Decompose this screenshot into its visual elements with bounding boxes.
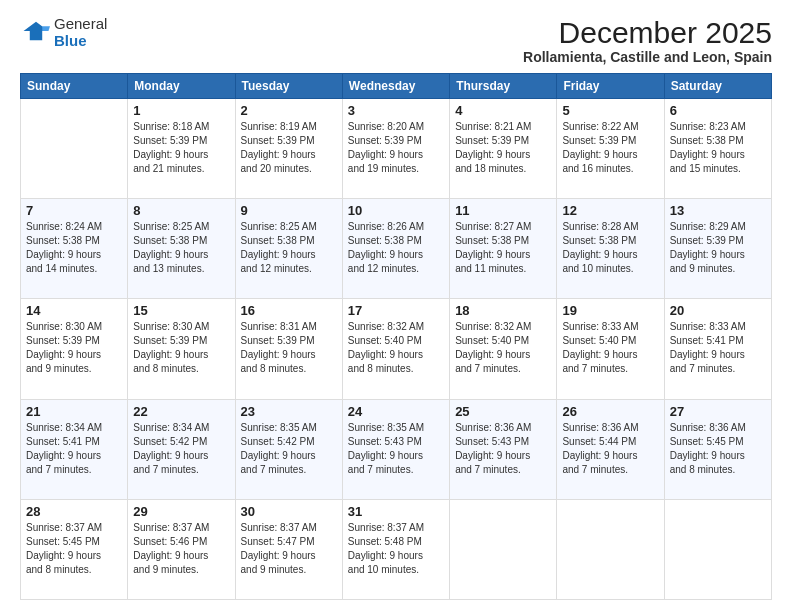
calendar-cell: 1Sunrise: 8:18 AMSunset: 5:39 PMDaylight…	[128, 99, 235, 199]
cell-details: Sunrise: 8:28 AMSunset: 5:38 PMDaylight:…	[562, 220, 658, 276]
day-number: 26	[562, 404, 658, 419]
main-title: December 2025	[523, 16, 772, 49]
cell-details: Sunrise: 8:30 AMSunset: 5:39 PMDaylight:…	[26, 320, 122, 376]
cell-details: Sunrise: 8:36 AMSunset: 5:45 PMDaylight:…	[670, 421, 766, 477]
calendar-header-row: SundayMondayTuesdayWednesdayThursdayFrid…	[21, 74, 772, 99]
day-number: 19	[562, 303, 658, 318]
calendar-cell: 18Sunrise: 8:32 AMSunset: 5:40 PMDayligh…	[450, 299, 557, 399]
calendar-cell	[557, 499, 664, 599]
calendar-cell: 5Sunrise: 8:22 AMSunset: 5:39 PMDaylight…	[557, 99, 664, 199]
cell-details: Sunrise: 8:35 AMSunset: 5:42 PMDaylight:…	[241, 421, 337, 477]
day-number: 15	[133, 303, 229, 318]
day-number: 21	[26, 404, 122, 419]
logo-icon	[22, 20, 50, 42]
calendar-cell: 22Sunrise: 8:34 AMSunset: 5:42 PMDayligh…	[128, 399, 235, 499]
cell-details: Sunrise: 8:34 AMSunset: 5:41 PMDaylight:…	[26, 421, 122, 477]
calendar-cell: 28Sunrise: 8:37 AMSunset: 5:45 PMDayligh…	[21, 499, 128, 599]
calendar-cell: 14Sunrise: 8:30 AMSunset: 5:39 PMDayligh…	[21, 299, 128, 399]
calendar-cell: 12Sunrise: 8:28 AMSunset: 5:38 PMDayligh…	[557, 199, 664, 299]
cell-details: Sunrise: 8:34 AMSunset: 5:42 PMDaylight:…	[133, 421, 229, 477]
cell-details: Sunrise: 8:33 AMSunset: 5:41 PMDaylight:…	[670, 320, 766, 376]
day-number: 2	[241, 103, 337, 118]
day-number: 27	[670, 404, 766, 419]
calendar-cell: 31Sunrise: 8:37 AMSunset: 5:48 PMDayligh…	[342, 499, 449, 599]
cell-details: Sunrise: 8:37 AMSunset: 5:48 PMDaylight:…	[348, 521, 444, 577]
day-number: 5	[562, 103, 658, 118]
cell-details: Sunrise: 8:26 AMSunset: 5:38 PMDaylight:…	[348, 220, 444, 276]
day-number: 28	[26, 504, 122, 519]
calendar-cell: 30Sunrise: 8:37 AMSunset: 5:47 PMDayligh…	[235, 499, 342, 599]
calendar-cell: 20Sunrise: 8:33 AMSunset: 5:41 PMDayligh…	[664, 299, 771, 399]
cell-details: Sunrise: 8:22 AMSunset: 5:39 PMDaylight:…	[562, 120, 658, 176]
cell-details: Sunrise: 8:20 AMSunset: 5:39 PMDaylight:…	[348, 120, 444, 176]
cell-details: Sunrise: 8:24 AMSunset: 5:38 PMDaylight:…	[26, 220, 122, 276]
day-number: 3	[348, 103, 444, 118]
day-number: 14	[26, 303, 122, 318]
day-number: 31	[348, 504, 444, 519]
cell-details: Sunrise: 8:18 AMSunset: 5:39 PMDaylight:…	[133, 120, 229, 176]
day-number: 6	[670, 103, 766, 118]
calendar-cell: 8Sunrise: 8:25 AMSunset: 5:38 PMDaylight…	[128, 199, 235, 299]
cell-details: Sunrise: 8:31 AMSunset: 5:39 PMDaylight:…	[241, 320, 337, 376]
calendar-cell: 26Sunrise: 8:36 AMSunset: 5:44 PMDayligh…	[557, 399, 664, 499]
cell-details: Sunrise: 8:37 AMSunset: 5:45 PMDaylight:…	[26, 521, 122, 577]
calendar-cell: 21Sunrise: 8:34 AMSunset: 5:41 PMDayligh…	[21, 399, 128, 499]
cell-details: Sunrise: 8:36 AMSunset: 5:43 PMDaylight:…	[455, 421, 551, 477]
day-number: 10	[348, 203, 444, 218]
header: General Blue December 2025 Rollamienta, …	[20, 16, 772, 65]
day-number: 20	[670, 303, 766, 318]
calendar-header-sunday: Sunday	[21, 74, 128, 99]
cell-details: Sunrise: 8:36 AMSunset: 5:44 PMDaylight:…	[562, 421, 658, 477]
calendar-cell: 13Sunrise: 8:29 AMSunset: 5:39 PMDayligh…	[664, 199, 771, 299]
calendar-cell: 6Sunrise: 8:23 AMSunset: 5:38 PMDaylight…	[664, 99, 771, 199]
cell-details: Sunrise: 8:37 AMSunset: 5:46 PMDaylight:…	[133, 521, 229, 577]
logo: General Blue	[20, 16, 107, 49]
page: General Blue December 2025 Rollamienta, …	[0, 0, 792, 612]
day-number: 18	[455, 303, 551, 318]
day-number: 7	[26, 203, 122, 218]
day-number: 1	[133, 103, 229, 118]
calendar-cell	[664, 499, 771, 599]
calendar-header-saturday: Saturday	[664, 74, 771, 99]
calendar-cell: 24Sunrise: 8:35 AMSunset: 5:43 PMDayligh…	[342, 399, 449, 499]
day-number: 22	[133, 404, 229, 419]
cell-details: Sunrise: 8:25 AMSunset: 5:38 PMDaylight:…	[241, 220, 337, 276]
calendar-cell	[21, 99, 128, 199]
logo-text: General Blue	[54, 16, 107, 49]
calendar-body: 1Sunrise: 8:18 AMSunset: 5:39 PMDaylight…	[21, 99, 772, 600]
calendar-cell: 4Sunrise: 8:21 AMSunset: 5:39 PMDaylight…	[450, 99, 557, 199]
day-number: 24	[348, 404, 444, 419]
cell-details: Sunrise: 8:32 AMSunset: 5:40 PMDaylight:…	[348, 320, 444, 376]
day-number: 12	[562, 203, 658, 218]
calendar-cell: 25Sunrise: 8:36 AMSunset: 5:43 PMDayligh…	[450, 399, 557, 499]
calendar-header-tuesday: Tuesday	[235, 74, 342, 99]
day-number: 4	[455, 103, 551, 118]
svg-marker-1	[42, 26, 50, 31]
calendar-cell: 29Sunrise: 8:37 AMSunset: 5:46 PMDayligh…	[128, 499, 235, 599]
day-number: 30	[241, 504, 337, 519]
calendar-header-friday: Friday	[557, 74, 664, 99]
day-number: 13	[670, 203, 766, 218]
cell-details: Sunrise: 8:33 AMSunset: 5:40 PMDaylight:…	[562, 320, 658, 376]
calendar-week-1: 1Sunrise: 8:18 AMSunset: 5:39 PMDaylight…	[21, 99, 772, 199]
day-number: 11	[455, 203, 551, 218]
cell-details: Sunrise: 8:25 AMSunset: 5:38 PMDaylight:…	[133, 220, 229, 276]
calendar-header-wednesday: Wednesday	[342, 74, 449, 99]
calendar-cell: 2Sunrise: 8:19 AMSunset: 5:39 PMDaylight…	[235, 99, 342, 199]
calendar-cell: 15Sunrise: 8:30 AMSunset: 5:39 PMDayligh…	[128, 299, 235, 399]
calendar-week-3: 14Sunrise: 8:30 AMSunset: 5:39 PMDayligh…	[21, 299, 772, 399]
calendar-cell	[450, 499, 557, 599]
day-number: 23	[241, 404, 337, 419]
cell-details: Sunrise: 8:29 AMSunset: 5:39 PMDaylight:…	[670, 220, 766, 276]
cell-details: Sunrise: 8:23 AMSunset: 5:38 PMDaylight:…	[670, 120, 766, 176]
day-number: 9	[241, 203, 337, 218]
calendar-cell: 19Sunrise: 8:33 AMSunset: 5:40 PMDayligh…	[557, 299, 664, 399]
calendar-cell: 11Sunrise: 8:27 AMSunset: 5:38 PMDayligh…	[450, 199, 557, 299]
calendar-cell: 9Sunrise: 8:25 AMSunset: 5:38 PMDaylight…	[235, 199, 342, 299]
calendar-cell: 23Sunrise: 8:35 AMSunset: 5:42 PMDayligh…	[235, 399, 342, 499]
calendar-table: SundayMondayTuesdayWednesdayThursdayFrid…	[20, 73, 772, 600]
calendar-cell: 10Sunrise: 8:26 AMSunset: 5:38 PMDayligh…	[342, 199, 449, 299]
subtitle: Rollamienta, Castille and Leon, Spain	[523, 49, 772, 65]
calendar-cell: 16Sunrise: 8:31 AMSunset: 5:39 PMDayligh…	[235, 299, 342, 399]
calendar-header-monday: Monday	[128, 74, 235, 99]
